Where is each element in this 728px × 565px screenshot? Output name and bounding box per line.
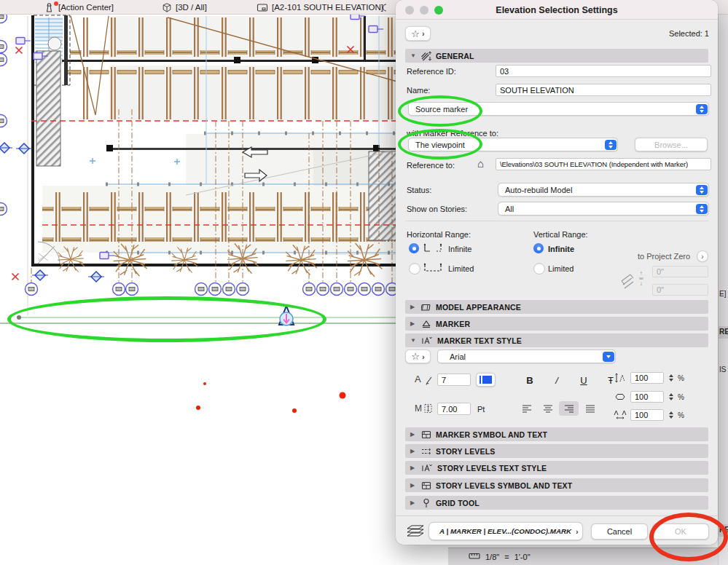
elevation-diamond-marker[interactable] [88, 272, 104, 282]
grid-bubble[interactable] [0, 115, 7, 127]
name-input[interactable] [496, 84, 711, 96]
elevation-diamond-marker[interactable] [32, 270, 48, 280]
align-left-button[interactable] [517, 401, 536, 416]
ok-label: OK [675, 527, 686, 536]
hatched-stair [36, 51, 60, 166]
text-style-icon [421, 336, 433, 346]
to-project-zero-label: to Project Zero [638, 252, 690, 261]
bottom-wall [31, 264, 397, 266]
section-marker-symbol-and-text[interactable]: ▶ MARKER SYMBOL AND TEXT [405, 427, 708, 441]
reference-to-input[interactable] [496, 158, 711, 170]
vertical-offset-bottom-input[interactable] [652, 284, 708, 296]
cancel-button[interactable]: Cancel [591, 523, 648, 540]
section-title: STORY LEVELS TEXT STYLE [437, 464, 547, 473]
stories-value: All [505, 205, 514, 213]
status-label: Status: [407, 186, 431, 194]
pt-label: Pt [477, 405, 485, 414]
text-style-icon [421, 463, 433, 473]
section-story-levels-text-style[interactable]: ▶ STORY LEVELS TEXT STYLE [405, 461, 708, 475]
chevron-right-icon: › [701, 253, 703, 261]
underline-button[interactable]: U [575, 373, 592, 387]
section-story-levels-symbol-and-text[interactable]: ▶ STORY LEVELS SYMBOL AND TEXT [405, 478, 708, 492]
disclosure-down-icon[interactable]: ▼ [410, 337, 417, 344]
horizontal-infinite-radio[interactable] [409, 243, 419, 253]
layout-icon [257, 2, 268, 13]
line-height-input[interactable] [630, 372, 664, 384]
elevation-diamond-marker[interactable] [16, 143, 32, 154]
marker-box[interactable] [16, 38, 31, 44]
section-marker[interactable]: ▶ MARKER [405, 317, 708, 331]
font-family-dropdown[interactable]: Arial [437, 349, 616, 363]
section-marker-text-style[interactable]: ▼ MARKER TEXT STYLE [405, 333, 708, 347]
tab-layout-a2-101[interactable]: [A2-101 SOUTH ELEVATION] [257, 0, 383, 15]
vertical-offset-top-input[interactable] [652, 266, 708, 277]
marker-box[interactable] [100, 253, 114, 259]
vertical-limited-radio[interactable] [533, 263, 545, 274]
ok-button[interactable]: OK [652, 523, 709, 540]
size-box-icon [424, 403, 433, 414]
align-right-button[interactable] [559, 401, 579, 416]
stepper-icon[interactable] [667, 372, 675, 384]
layer-selector-button[interactable]: A | MARKER | ELEV...(CONDOC).MARK › [428, 522, 583, 540]
disclosure-right-icon[interactable]: ▶ [410, 499, 417, 506]
disclosure-down-icon[interactable]: ▼ [410, 52, 417, 59]
favorites-button[interactable]: ☆ › [405, 26, 431, 41]
disclosure-right-icon[interactable]: ▶ [410, 320, 417, 327]
disclosure-right-icon[interactable]: ▶ [410, 448, 417, 454]
elevation-marker[interactable] [279, 306, 294, 325]
section-general[interactable]: ▼ GENERAL [405, 49, 708, 63]
bold-button[interactable]: B [521, 373, 539, 387]
section-title: STORY LEVELS [436, 447, 496, 456]
text-style-favorites-button[interactable]: ☆ › [405, 349, 431, 363]
font-size-input[interactable] [437, 374, 471, 386]
disclosure-right-icon[interactable]: ▶ [410, 465, 417, 471]
vertical-infinite-radio[interactable] [533, 243, 544, 253]
disclosure-right-icon[interactable]: ▶ [410, 304, 417, 310]
layers-icon[interactable] [406, 524, 425, 537]
divider [405, 221, 708, 221]
grid-bubble-row[interactable] [26, 283, 399, 296]
elevation-diamond-marker[interactable] [0, 143, 12, 153]
selected-count: Selected: 1 [669, 29, 709, 38]
scale-value[interactable]: 1/8" [485, 553, 499, 561]
disclosure-right-icon[interactable]: ▶ [410, 431, 417, 438]
letter-spacing-input[interactable] [630, 409, 664, 421]
floor-plan-drawing [0, 0, 408, 565]
align-justify-button[interactable] [580, 401, 600, 416]
show-on-stories-dropdown[interactable]: All [498, 202, 709, 216]
grid-bubble[interactable] [0, 54, 7, 66]
percent-label: % [678, 411, 684, 419]
italic-button[interactable]: / [548, 373, 565, 387]
layer-name: A | MARKER | ELEV...(CONDOC).MARK [439, 527, 571, 535]
tab-partial[interactable] [383, 0, 393, 15]
letter-spacing-icon [614, 409, 627, 419]
status-value: Auto-rebuild Model [505, 186, 572, 194]
ruler-icon [469, 550, 480, 563]
disclosure-right-icon[interactable]: ▶ [410, 482, 417, 489]
reference-id-input[interactable] [496, 65, 711, 77]
project-zero-chevron-button[interactable]: › [697, 250, 708, 262]
browse-button[interactable]: Browse... [635, 138, 708, 151]
width-factor-icon [614, 392, 626, 402]
status-dropdown[interactable]: Auto-rebuild Model [498, 183, 709, 197]
align-center-button[interactable] [538, 401, 557, 416]
horizontal-limited-radio[interactable] [409, 263, 420, 274]
grid-bubble[interactable] [0, 41, 7, 53]
stepper-icon[interactable] [667, 409, 675, 421]
width-factor-input[interactable] [630, 391, 664, 403]
section-grid-tool[interactable]: ▶ GRID TOOL [405, 496, 708, 510]
stepper-icon[interactable] [667, 391, 675, 403]
grid-bubble[interactable] [0, 203, 7, 216]
dialog-titlebar[interactable]: Elevation Selection Settings [396, 0, 718, 20]
font-size-pt-input[interactable] [437, 403, 471, 415]
viewpoint-dropdown[interactable]: The viewpoint [408, 138, 618, 151]
elevation-line[interactable] [0, 315, 397, 323]
browse-label: Browse... [654, 141, 688, 149]
section-title: MARKER SYMBOL AND TEXT [436, 430, 547, 439]
font-color-button[interactable] [476, 373, 496, 387]
scale-value-2[interactable]: 1'-0" [514, 553, 531, 561]
source-marker-dropdown[interactable]: Source marker [408, 102, 709, 116]
tab-3d-all[interactable]: [3D / All] [162, 0, 207, 15]
section-story-levels[interactable]: ▶ STORY LEVELS [405, 444, 708, 458]
section-model-appearance[interactable]: ▶ MODEL APPEARANCE [405, 300, 708, 314]
